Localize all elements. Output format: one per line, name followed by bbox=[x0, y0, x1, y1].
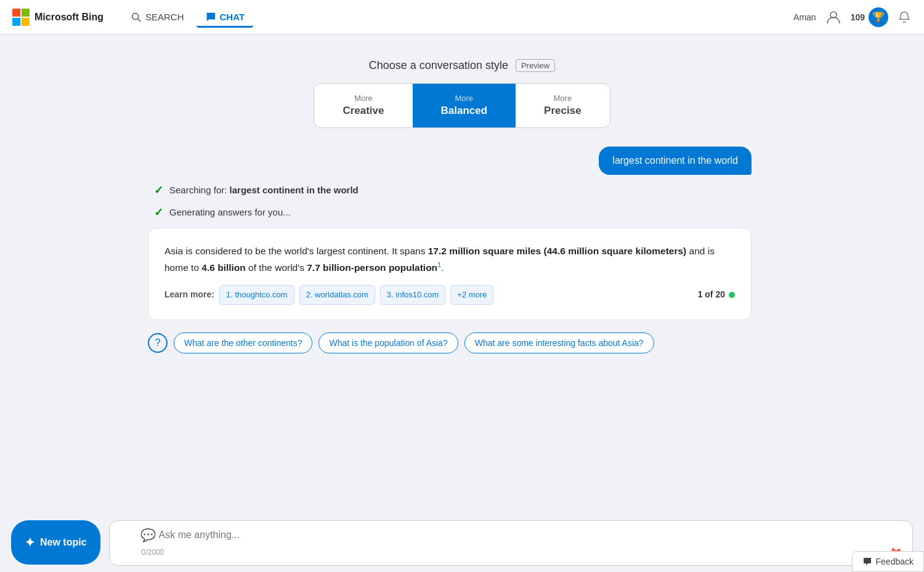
answer-text: Asia is considered to be the world's lar… bbox=[164, 243, 735, 276]
chat-nav-icon bbox=[205, 12, 216, 23]
chat-nav-link[interactable]: CHAT bbox=[197, 7, 254, 28]
input-box: 💬 0/2000 📌 bbox=[109, 520, 913, 566]
generating-status-line: ✓ Generating answers for you... bbox=[148, 206, 776, 219]
trophy-icon: 🏆 bbox=[869, 7, 888, 27]
learn-more-label: Learn more: bbox=[164, 288, 214, 302]
style-btn-precise[interactable]: More Precise bbox=[516, 84, 610, 127]
suggest-question-icon: ? bbox=[148, 333, 168, 353]
search-term: largest continent in the world bbox=[230, 185, 359, 195]
logo: Microsoft Bing bbox=[12, 9, 103, 26]
count-badge: 1 of 20 bbox=[698, 288, 735, 302]
style-selector: Choose a conversation style Preview More… bbox=[314, 59, 610, 128]
balanced-label: Balanced bbox=[441, 104, 488, 118]
broom-icon: ✦ bbox=[25, 535, 35, 550]
source-link-1[interactable]: 1. thoughtco.com bbox=[219, 285, 294, 305]
new-topic-label: New topic bbox=[40, 537, 87, 548]
answer-card: Asia is considered to be the world's lar… bbox=[148, 228, 752, 320]
answer-text-mid2: of the world's bbox=[246, 262, 307, 273]
balanced-sub: More bbox=[455, 94, 473, 104]
answer-bold3: 7.7 billion-person population bbox=[307, 262, 437, 273]
search-nav-link[interactable]: SEARCH bbox=[122, 7, 193, 28]
microsoft-logo-icon bbox=[12, 9, 30, 26]
answer-bold2: 4.6 billion bbox=[201, 262, 245, 273]
check-icon-1: ✓ bbox=[154, 183, 163, 197]
score-badge: 109 🏆 bbox=[851, 7, 888, 27]
suggestions-row: ? What are the other continents? What is… bbox=[148, 329, 776, 357]
creative-label: Creative bbox=[342, 104, 384, 118]
char-count: 0/2000 bbox=[142, 548, 164, 557]
svg-rect-2 bbox=[12, 18, 20, 26]
user-message-bubble: largest continent in the world bbox=[599, 147, 752, 175]
preview-badge: Preview bbox=[516, 59, 555, 72]
check-icon-2: ✓ bbox=[154, 206, 163, 219]
status1-text: Searching for: largest continent in the … bbox=[169, 185, 359, 195]
user-icon bbox=[825, 9, 842, 26]
style-label-row: Choose a conversation style Preview bbox=[369, 59, 555, 72]
suggest-btn-population[interactable]: What is the population of Asia? bbox=[318, 332, 458, 353]
new-topic-button[interactable]: ✦ New topic bbox=[11, 520, 100, 565]
feedback-label: Feedback bbox=[876, 557, 914, 566]
feedback-icon bbox=[862, 557, 872, 566]
precise-sub: More bbox=[554, 94, 572, 104]
chat-input-icon: 💬 bbox=[140, 528, 156, 542]
user-name: Aman bbox=[793, 12, 816, 22]
style-btn-balanced[interactable]: More Balanced bbox=[413, 84, 516, 127]
score-value: 109 bbox=[851, 12, 865, 22]
input-bottom: 0/2000 📌 bbox=[140, 546, 901, 559]
main-area: Choose a conversation style Preview More… bbox=[0, 34, 924, 572]
precise-label: Precise bbox=[544, 104, 582, 118]
svg-rect-1 bbox=[22, 9, 30, 17]
logo-text: Microsoft Bing bbox=[34, 12, 103, 23]
feedback-button[interactable]: Feedback bbox=[852, 551, 924, 572]
style-selector-title: Choose a conversation style bbox=[369, 59, 508, 72]
svg-rect-3 bbox=[22, 18, 30, 26]
answer-bold1: 17.2 million square miles (44.6 million … bbox=[428, 246, 687, 256]
source-link-3[interactable]: 3. infos10.com bbox=[380, 285, 446, 305]
generating-status-text: Generating answers for you... bbox=[169, 207, 291, 217]
nav-links: SEARCH CHAT bbox=[122, 7, 253, 28]
search-nav-icon bbox=[131, 12, 142, 23]
notification-bell-icon[interactable] bbox=[897, 10, 912, 25]
input-box-inner: 💬 bbox=[140, 530, 901, 541]
bottom-bar: ✦ New topic 💬 0/2000 📌 bbox=[0, 512, 924, 572]
navbar-right: Aman 109 🏆 bbox=[793, 7, 912, 27]
chat-area: largest continent in the world ✓ Searchi… bbox=[123, 147, 801, 357]
chat-nav-label: CHAT bbox=[220, 12, 245, 22]
svg-line-5 bbox=[138, 18, 141, 22]
answer-text-before: Asia is considered to be the world's lar… bbox=[164, 246, 428, 256]
navbar: Microsoft Bing SEARCH CHAT Aman 109 🏆 bbox=[0, 0, 924, 34]
suggest-btn-facts[interactable]: What are some interesting facts about As… bbox=[464, 332, 654, 353]
source-link-more[interactable]: +2 more bbox=[450, 285, 493, 305]
svg-rect-0 bbox=[12, 9, 20, 17]
svg-point-4 bbox=[132, 13, 139, 19]
answer-text-end: . bbox=[441, 262, 444, 273]
learn-more-section: Learn more: 1. thoughtco.com 2. worldatl… bbox=[164, 285, 735, 305]
count-label: 1 of 20 bbox=[698, 288, 725, 302]
source-link-2[interactable]: 2. worldatlas.com bbox=[299, 285, 375, 305]
style-buttons: More Creative More Balanced More Precise bbox=[314, 83, 610, 128]
suggest-btn-continents[interactable]: What are the other continents? bbox=[174, 332, 312, 353]
green-dot-icon bbox=[729, 292, 735, 298]
creative-sub: More bbox=[354, 94, 373, 104]
search-status-line: ✓ Searching for: largest continent in th… bbox=[148, 183, 776, 197]
search-nav-label: SEARCH bbox=[145, 12, 184, 22]
style-btn-creative[interactable]: More Creative bbox=[314, 84, 412, 127]
chat-input[interactable] bbox=[140, 530, 901, 541]
